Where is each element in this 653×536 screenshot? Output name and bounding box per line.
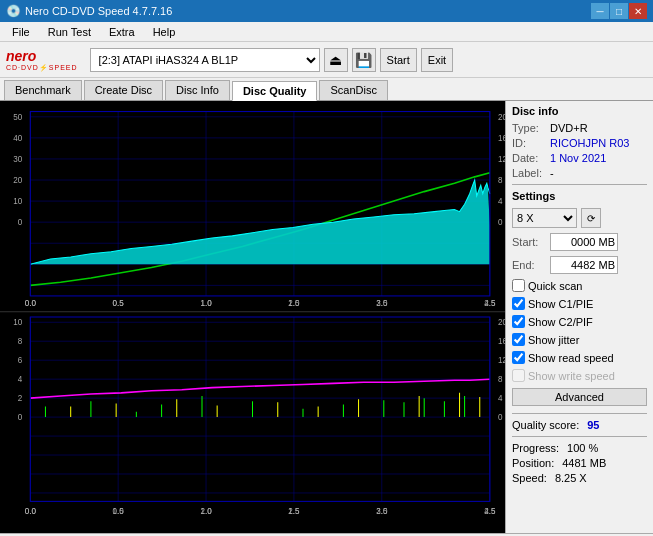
speed-select[interactable]: 8 X: [512, 208, 577, 228]
read-speed-checkbox[interactable]: [512, 351, 525, 364]
svg-text:2.5: 2.5: [288, 507, 300, 516]
c1-pie-row: Show C1/PIE: [512, 297, 647, 310]
c2-pif-label: Show C2/PIF: [528, 316, 593, 328]
eject-icon[interactable]: ⏏: [324, 48, 348, 72]
date-label: Date:: [512, 152, 546, 164]
nero-product: CD·DVD⚡SPEED: [6, 64, 78, 72]
svg-text:0: 0: [498, 218, 503, 227]
svg-text:4: 4: [18, 375, 23, 384]
svg-text:16: 16: [498, 337, 505, 346]
disc-label-lbl: Label:: [512, 167, 546, 179]
toolbar: nero CD·DVD⚡SPEED [2:3] ATAPI iHAS324 A …: [0, 42, 653, 78]
settings-title: Settings: [512, 190, 647, 202]
position-row: Position: 4481 MB: [512, 457, 647, 469]
menu-extra[interactable]: Extra: [101, 24, 143, 40]
id-label: ID:: [512, 137, 546, 149]
svg-text:12: 12: [498, 356, 505, 365]
svg-text:4: 4: [498, 394, 503, 403]
maximize-button[interactable]: □: [610, 3, 628, 19]
tab-scandisc[interactable]: ScanDisc: [319, 80, 387, 100]
menu-run-test[interactable]: Run Test: [40, 24, 99, 40]
svg-text:0: 0: [18, 413, 23, 422]
svg-text:16: 16: [498, 134, 505, 143]
end-row: End:: [512, 256, 647, 274]
speed-row-prog: Speed: 8.25 X: [512, 472, 647, 484]
svg-text:4.5: 4.5: [484, 299, 496, 308]
quality-score-value: 95: [587, 419, 599, 431]
nero-logo: nero CD·DVD⚡SPEED: [6, 48, 78, 72]
start-row: Start:: [512, 233, 647, 251]
c2-pif-checkbox[interactable]: [512, 315, 525, 328]
minimize-button[interactable]: ─: [591, 3, 609, 19]
title-bar-left: 💿 Nero CD-DVD Speed 4.7.7.16: [6, 4, 172, 18]
start-button[interactable]: Start: [380, 48, 417, 72]
start-label: Start:: [512, 236, 546, 248]
jitter-label: Show jitter: [528, 334, 579, 346]
menu-file[interactable]: File: [4, 24, 38, 40]
advanced-button[interactable]: Advanced: [512, 388, 647, 406]
svg-text:3.5: 3.5: [376, 507, 388, 516]
progress-label: Progress:: [512, 442, 559, 454]
quick-scan-label: Quick scan: [528, 280, 582, 292]
svg-text:0: 0: [18, 218, 23, 227]
svg-text:1.0: 1.0: [200, 299, 212, 308]
divider-3: [512, 436, 647, 437]
c1-pie-checkbox[interactable]: [512, 297, 525, 310]
disc-label-row: Label: -: [512, 167, 647, 179]
disc-label-val: -: [550, 167, 554, 179]
svg-text:40: 40: [13, 134, 22, 143]
write-speed-checkbox[interactable]: [512, 369, 525, 382]
svg-text:12: 12: [498, 155, 505, 164]
menu-help[interactable]: Help: [145, 24, 184, 40]
quick-scan-checkbox[interactable]: [512, 279, 525, 292]
close-button[interactable]: ✕: [629, 3, 647, 19]
svg-text:0.0: 0.0: [25, 299, 37, 308]
type-row: Type: DVD+R: [512, 122, 647, 134]
jitter-row: Show jitter: [512, 333, 647, 346]
quality-row: Quality score: 95: [512, 419, 647, 431]
divider-1: [512, 184, 647, 185]
refresh-icon[interactable]: ⟳: [581, 208, 601, 228]
window-controls: ─ □ ✕: [591, 3, 647, 19]
tab-disc-quality[interactable]: Disc Quality: [232, 81, 318, 101]
svg-text:0.0: 0.0: [25, 507, 37, 516]
charts-svg: 50 40 30 20 10 0 20 16 12 8 4 0 0.0 0.5 …: [0, 101, 505, 533]
drive-select[interactable]: [2:3] ATAPI iHAS324 A BL1P: [90, 48, 320, 72]
svg-text:1.0: 1.0: [113, 507, 125, 516]
id-value: RICOHJPN R03: [550, 137, 629, 149]
svg-text:10: 10: [13, 197, 22, 206]
end-input[interactable]: [550, 256, 618, 274]
menu-bar: File Run Test Extra Help: [0, 22, 653, 42]
quality-score-label: Quality score:: [512, 419, 579, 431]
divider-2: [512, 413, 647, 414]
position-label: Position:: [512, 457, 554, 469]
svg-text:20: 20: [13, 176, 22, 185]
tab-create-disc[interactable]: Create Disc: [84, 80, 163, 100]
svg-text:30: 30: [13, 155, 22, 164]
progress-value: 100 %: [567, 442, 598, 454]
app-title: Nero CD-DVD Speed 4.7.7.16: [25, 5, 172, 17]
save-icon[interactable]: 💾: [352, 48, 376, 72]
main-content: 50 40 30 20 10 0 20 16 12 8 4 0 0.0 0.5 …: [0, 101, 653, 533]
speed-value-prog: 8.25 X: [555, 472, 587, 484]
svg-text:8: 8: [498, 375, 503, 384]
date-row: Date: 1 Nov 2021: [512, 152, 647, 164]
right-panel: Disc info Type: DVD+R ID: RICOHJPN R03 D…: [505, 101, 653, 533]
id-row: ID: RICOHJPN R03: [512, 137, 647, 149]
speed-row: 8 X ⟳: [512, 208, 647, 228]
tab-disc-info[interactable]: Disc Info: [165, 80, 230, 100]
svg-text:0.5: 0.5: [113, 299, 125, 308]
svg-text:2.0: 2.0: [200, 507, 212, 516]
svg-text:20: 20: [498, 113, 505, 122]
speed-label-prog: Speed:: [512, 472, 547, 484]
start-input[interactable]: [550, 233, 618, 251]
exit-button[interactable]: Exit: [421, 48, 453, 72]
tab-benchmark[interactable]: Benchmark: [4, 80, 82, 100]
read-speed-label: Show read speed: [528, 352, 614, 364]
svg-text:0: 0: [498, 413, 503, 422]
nero-brand: nero: [6, 48, 78, 64]
title-bar: 💿 Nero CD-DVD Speed 4.7.7.16 ─ □ ✕: [0, 0, 653, 22]
svg-text:2: 2: [18, 394, 23, 403]
disc-info-title: Disc info: [512, 105, 647, 117]
jitter-checkbox[interactable]: [512, 333, 525, 346]
